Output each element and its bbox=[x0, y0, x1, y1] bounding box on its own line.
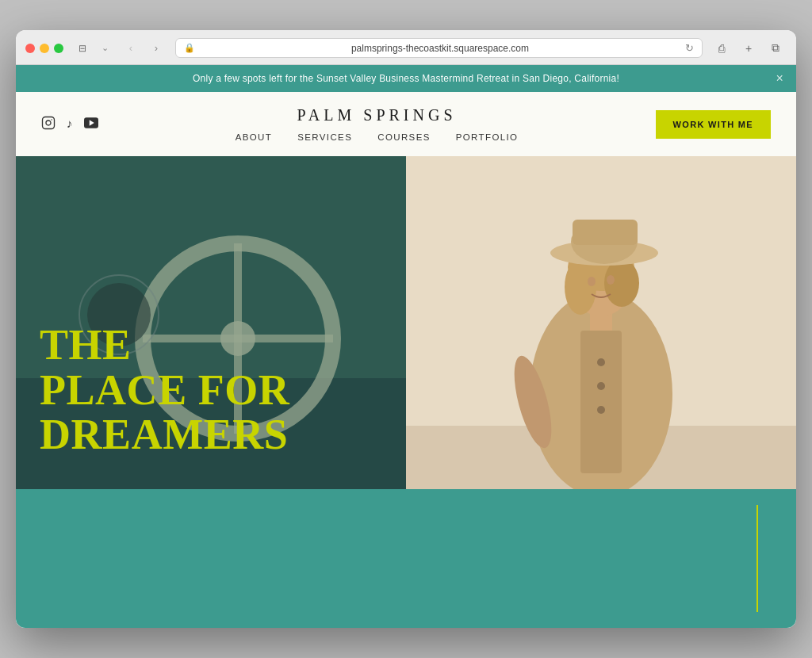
hero-section: THE PLACE FOR DREAMERS bbox=[16, 156, 796, 489]
nav-portfolio[interactable]: PORTFOLIO bbox=[456, 132, 519, 142]
traffic-lights bbox=[25, 44, 63, 53]
svg-rect-0 bbox=[43, 117, 55, 128]
svg-point-2 bbox=[51, 119, 52, 121]
back-button[interactable]: ‹ bbox=[120, 40, 142, 57]
announcement-close-button[interactable]: × bbox=[776, 71, 783, 86]
browser-window: ⊟ ⌄ ‹ › 🔒 palmsprings-thecoastkit.square… bbox=[16, 30, 796, 628]
forward-button[interactable]: › bbox=[145, 40, 167, 57]
headline-line3: DREAMERS bbox=[40, 412, 289, 457]
site-title-nav: PALM SPRINGS ABOUT SERVICES COURSES PORT… bbox=[98, 106, 656, 142]
headline-line2: PLACE FOR bbox=[40, 368, 289, 413]
minimize-button[interactable] bbox=[40, 44, 49, 53]
website: Only a few spots left for the Sunset Val… bbox=[16, 65, 796, 628]
teal-section bbox=[16, 489, 796, 628]
instagram-link[interactable] bbox=[41, 116, 56, 133]
browser-chrome: ⊟ ⌄ ‹ › 🔒 palmsprings-thecoastkit.square… bbox=[16, 30, 796, 65]
chevron-icon: ⌄ bbox=[102, 43, 109, 53]
lock-icon: 🔒 bbox=[184, 43, 195, 53]
sidebar-toggle[interactable]: ⊟ bbox=[71, 40, 94, 57]
nav-courses[interactable]: COURSES bbox=[377, 132, 431, 142]
announcement-bar: Only a few spots left for the Sunset Val… bbox=[16, 65, 796, 92]
nav-about[interactable]: ABOUT bbox=[236, 132, 273, 142]
fullscreen-button[interactable] bbox=[54, 44, 63, 53]
headline-line1: THE bbox=[40, 323, 289, 368]
nav-services[interactable]: SERVICES bbox=[297, 132, 352, 142]
url-text: palmsprings-thecoastkit.squarespace.com bbox=[200, 43, 680, 54]
browser-actions: ⎙ + ⧉ bbox=[710, 40, 787, 57]
hero-text: THE PLACE FOR DREAMERS bbox=[40, 323, 289, 457]
share-button[interactable]: ⎙ bbox=[710, 40, 733, 57]
svg-point-1 bbox=[46, 121, 51, 125]
site-nav: ABOUT SERVICES COURSES PORTFOLIO bbox=[236, 132, 519, 142]
close-button[interactable] bbox=[25, 44, 35, 53]
hero-right-panel bbox=[406, 156, 796, 489]
announcement-text: Only a few spots left for the Sunset Val… bbox=[193, 73, 619, 84]
tab-overview-button[interactable]: ⧉ bbox=[764, 40, 787, 57]
teal-divider bbox=[756, 505, 758, 612]
youtube-link[interactable] bbox=[84, 117, 98, 132]
site-title[interactable]: PALM SPRINGS bbox=[297, 106, 457, 124]
svg-rect-32 bbox=[406, 156, 796, 489]
woman-image bbox=[406, 156, 796, 489]
hero-left-panel: THE PLACE FOR DREAMERS bbox=[16, 156, 406, 489]
hero-right-bg bbox=[406, 156, 796, 489]
sidebar-icon: ⊟ bbox=[79, 43, 86, 54]
work-with-me-button[interactable]: WORK WITH ME bbox=[656, 110, 771, 139]
hero-headline: THE PLACE FOR DREAMERS bbox=[40, 323, 289, 457]
social-icons: ♪ bbox=[41, 116, 98, 133]
tiktok-link[interactable]: ♪ bbox=[67, 117, 73, 131]
teal-section-main bbox=[16, 489, 796, 628]
browser-nav: ‹ › bbox=[120, 40, 167, 57]
site-header: ♪ PALM SPRINGS ABOUT SERVICES COURSES PO… bbox=[16, 92, 796, 156]
address-bar[interactable]: 🔒 palmsprings-thecoastkit.squarespace.co… bbox=[175, 38, 703, 58]
new-tab-button[interactable]: + bbox=[737, 40, 760, 57]
refresh-button[interactable]: ↻ bbox=[685, 42, 694, 54]
